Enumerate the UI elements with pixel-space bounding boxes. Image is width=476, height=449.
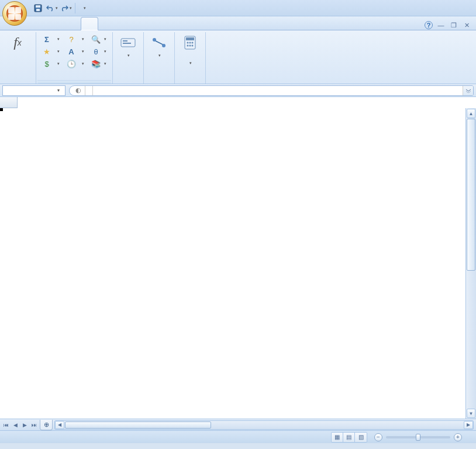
fx-icon: fx (8, 33, 27, 52)
horizontal-scrollbar[interactable]: ◀ ▶ (54, 420, 474, 430)
minimize-window-icon[interactable]: — (436, 20, 446, 30)
restore-window-icon[interactable]: ❐ (449, 20, 458, 30)
svg-point-14 (187, 45, 189, 47)
close-window-icon[interactable]: ✕ (462, 20, 471, 30)
formula-auditing-button[interactable]: ▾ (146, 32, 172, 71)
trace-icon (150, 33, 168, 52)
hscroll-thumb[interactable] (65, 422, 211, 429)
vertical-scrollbar[interactable]: ▲ ▼ (465, 108, 476, 419)
scroll-right-icon[interactable]: ▶ (464, 421, 473, 429)
financial-button[interactable]: $▾ (40, 58, 62, 70)
text-button[interactable]: A▾ (64, 46, 87, 57)
select-all-corner[interactable] (0, 97, 18, 108)
more-functions-button[interactable]: 📚▾ (89, 58, 109, 70)
logical-button[interactable]: ?▾ (64, 33, 87, 45)
money-icon: $ (42, 59, 51, 68)
normal-view-icon[interactable]: ▦ (332, 433, 343, 442)
math-button[interactable]: θ▾ (89, 46, 109, 57)
new-sheet-button[interactable]: ⊕ (40, 420, 53, 430)
svg-rect-2 (36, 9, 40, 11)
next-sheet-icon[interactable]: ▶ (20, 420, 29, 430)
undo-icon[interactable]: ▾ (46, 2, 58, 15)
svg-rect-4 (123, 40, 127, 42)
theta-icon: θ (91, 47, 101, 56)
spreadsheet-grid: ▲ ▼ (0, 97, 476, 419)
svg-point-13 (192, 42, 194, 44)
autosum-button[interactable]: Σ▾ (40, 33, 62, 45)
books-icon: 📚 (91, 59, 101, 68)
qat-customize-icon[interactable]: ▾ (78, 2, 91, 15)
zoom-slider[interactable] (386, 436, 450, 438)
svg-rect-1 (36, 5, 40, 8)
cells-area[interactable] (0, 108, 476, 419)
save-icon[interactable] (32, 2, 44, 15)
group-label-library (37, 80, 111, 84)
insert-function-button[interactable]: fx (5, 32, 30, 71)
scroll-up-icon[interactable]: ▲ (467, 109, 475, 118)
help-icon[interactable]: ? (425, 21, 433, 29)
svg-point-15 (189, 45, 191, 47)
svg-rect-10 (186, 37, 194, 40)
prev-sheet-icon[interactable]: ◀ (11, 420, 20, 430)
ribbon: fx . Σ▾ ★▾ $▾ ?▾ A▾ 🕒▾ 🔍▾ θ▾ 📚▾ (0, 30, 476, 84)
formula-bar-row: ▾ ◐ (0, 84, 476, 97)
calculation-button[interactable]: ▾ (177, 32, 203, 71)
page-break-view-icon[interactable]: ▧ (355, 433, 367, 442)
last-sheet-icon[interactable]: ⏭ (29, 420, 39, 430)
name-tag-icon (119, 33, 137, 52)
svg-line-8 (156, 41, 163, 44)
tab-layout[interactable] (64, 16, 81, 30)
text-icon: A (67, 47, 76, 56)
page-layout-view-icon[interactable]: ▤ (343, 433, 355, 442)
calculator-icon (181, 33, 199, 52)
ribbon-tabs: ? — ❐ ✕ (0, 16, 476, 30)
scroll-down-icon[interactable]: ▼ (467, 409, 475, 418)
view-buttons: ▦ ▤ ▧ (331, 432, 367, 443)
tab-insert[interactable] (48, 16, 64, 30)
quick-access-toolbar: ▾ ▾ ▾ (32, 0, 91, 16)
status-bar: ▦ ▤ ▧ − + (0, 430, 476, 443)
tab-review[interactable] (115, 16, 131, 30)
zoom-in-icon[interactable]: + (454, 433, 462, 441)
svg-rect-5 (123, 43, 131, 44)
tab-data[interactable] (98, 16, 115, 30)
zoom-out-icon[interactable]: − (374, 433, 382, 441)
recently-used-button[interactable]: ★▾ (40, 46, 62, 57)
tab-view[interactable] (131, 16, 147, 30)
datetime-button[interactable]: 🕒▾ (64, 58, 87, 70)
expand-formula-bar-icon[interactable] (463, 86, 473, 95)
question-icon: ? (67, 34, 76, 44)
office-button[interactable] (2, 1, 27, 26)
chevron-down-icon[interactable]: ▾ (54, 88, 63, 93)
fx-label[interactable] (85, 86, 93, 95)
column-headers (0, 97, 476, 108)
clock-icon: 🕒 (67, 59, 76, 68)
first-sheet-icon[interactable]: ⏮ (1, 420, 11, 430)
circle-icon: ◐ (75, 87, 81, 94)
tab-formulas[interactable] (81, 17, 98, 30)
svg-point-11 (187, 42, 189, 44)
lookup-icon: 🔍 (91, 34, 101, 44)
redo-icon[interactable]: ▾ (60, 2, 73, 15)
tab-home[interactable] (32, 16, 48, 30)
scroll-left-icon[interactable]: ◀ (55, 421, 64, 429)
svg-point-12 (189, 42, 191, 44)
svg-point-16 (192, 45, 194, 47)
lookup-button[interactable]: 🔍▾ (89, 33, 109, 45)
sigma-icon: Σ (42, 34, 51, 44)
titlebar: ▾ ▾ ▾ (0, 0, 476, 16)
vscroll-thumb[interactable] (467, 119, 475, 271)
defined-names-button[interactable]: ▾ (115, 32, 141, 71)
sheet-tabs-row: ⏮ ◀ ▶ ⏭ ⊕ ◀ ▶ (0, 419, 476, 430)
name-box[interactable]: ▾ (2, 85, 65, 96)
star-icon: ★ (42, 47, 51, 56)
